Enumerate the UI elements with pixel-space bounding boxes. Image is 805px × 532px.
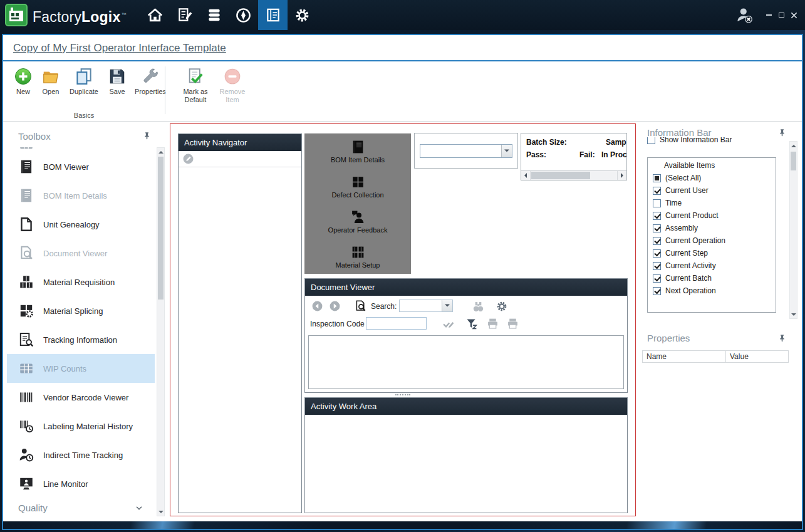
scroll-left-button[interactable] (521, 171, 531, 180)
nav-navigation-button[interactable] (229, 0, 258, 30)
activity-navigator-body[interactable] (179, 167, 301, 513)
toolbox-item-label: Unit Genealogy (43, 220, 100, 229)
scrollbar-thumb[interactable] (791, 152, 796, 170)
operator-interface-icon (265, 7, 281, 23)
checkbox-label: (Select All) (665, 174, 701, 182)
information-bar-pin-button[interactable] (778, 128, 786, 137)
home-icon (147, 7, 164, 24)
document-viewer-panel[interactable]: Document Viewer Search: Inspection Code (304, 278, 628, 393)
scroll-up-button[interactable] (790, 142, 797, 150)
scrollbar-thumb[interactable] (531, 172, 590, 179)
toolbox-item-tracking-information[interactable]: Tracking Information (7, 325, 155, 354)
open-button[interactable]: Open (38, 67, 63, 96)
scroll-down-button[interactable] (157, 508, 164, 516)
infobar-item-current-activity[interactable]: Current Activity (653, 259, 776, 272)
viewer-settings-gear-icon[interactable] (496, 300, 508, 313)
toolbox-item-indirect-time-tracking[interactable]: Indirect Time Tracking (7, 441, 155, 469)
save-button[interactable]: Save (105, 67, 130, 96)
nav-home-button[interactable] (140, 0, 170, 30)
properties-pin-button[interactable] (778, 334, 786, 342)
back-button[interactable] (311, 300, 323, 312)
properties-col-name[interactable]: Name (642, 350, 726, 363)
filter-sort-icon[interactable] (465, 317, 478, 330)
search-dropdown[interactable] (399, 300, 453, 312)
toolbox-item-wip-counts[interactable]: WIP Counts (7, 354, 155, 383)
palette-item-defect-collection[interactable]: Defect Collection (304, 169, 411, 204)
document-viewer-content[interactable] (308, 335, 624, 389)
batch-horizontal-scrollbar[interactable] (521, 170, 626, 180)
infobar-item-select-all[interactable]: (Select All) (653, 172, 776, 184)
scroll-right-button[interactable] (617, 171, 626, 180)
widget-dropdown[interactable] (420, 144, 512, 158)
dropdown-arrow-icon[interactable] (442, 300, 452, 311)
inspection-code-input[interactable] (366, 317, 427, 330)
properties-col-value[interactable]: Value (726, 350, 789, 363)
activity-navigator-panel[interactable]: Activity Navigator (178, 133, 302, 513)
toolbox-item-labeling-material-history[interactable]: Labeling Material History (7, 412, 155, 441)
infobar-item-current-user[interactable]: Current User (653, 184, 776, 197)
approve-pen-icon[interactable] (442, 317, 455, 330)
panel-splitter-handle[interactable] (170, 394, 635, 396)
barcode-icon (18, 389, 34, 405)
toolbox-item-material-splicing[interactable]: Material Splicing (7, 296, 155, 325)
nav-operator-interface-button[interactable] (258, 0, 288, 30)
infobar-item-current-step[interactable]: Current Step (653, 247, 776, 259)
design-surface[interactable]: Activity Navigator BOM Item Details Defe… (170, 123, 636, 516)
scroll-down-button[interactable] (790, 310, 797, 318)
toolbox-item-bom-viewer[interactable]: BOM Viewer (7, 152, 155, 181)
toolbox-item-bom-item-details[interactable]: BOM Item Details (7, 181, 155, 210)
toolbox-item-unit-genealogy[interactable]: Unit Genealogy (7, 210, 155, 239)
edit-circle-icon[interactable] (182, 153, 194, 165)
scroll-up-button[interactable] (157, 148, 164, 156)
dropdown-arrow-icon[interactable] (501, 145, 512, 157)
toolbox-item-line-monitor[interactable]: Line Monitor (7, 469, 155, 498)
remove-item-button[interactable]: Remove Item (217, 67, 247, 103)
properties-button[interactable]: Properties (132, 67, 169, 96)
nav-settings-button[interactable] (288, 0, 317, 30)
activity-work-area-panel[interactable]: Activity Work Area (304, 397, 628, 513)
print-preview-icon[interactable] (506, 317, 519, 330)
checkbox-label: Time (665, 199, 682, 207)
document-search-icon (18, 245, 34, 261)
infobar-item-time[interactable]: Time (653, 197, 776, 209)
toolbox-item-material-requisition[interactable]: Material Requisition (7, 268, 155, 296)
minimize-button[interactable] (762, 6, 775, 24)
checkbox-icon (653, 224, 661, 232)
print-icon[interactable] (486, 317, 499, 330)
infobar-item-assembly[interactable]: Assembly (653, 222, 776, 234)
infobar-item-current-batch[interactable]: Current Batch (653, 272, 776, 284)
toolbox-group-quality[interactable]: Quality (7, 499, 155, 516)
nav-production-button[interactable] (170, 0, 199, 30)
palette-item-operator-feedback[interactable]: Operator Feedback (304, 204, 411, 239)
duplicate-button-label: Duplicate (70, 88, 98, 96)
infobar-item-next-operation[interactable]: Next Operation (653, 284, 776, 297)
document-search-icon[interactable] (354, 300, 367, 313)
duplicate-button[interactable]: Duplicate (66, 67, 102, 96)
infobar-item-current-product[interactable]: Current Product (653, 209, 776, 222)
scrollbar-thumb[interactable] (158, 157, 164, 300)
mark-as-default-button[interactable]: Mark as Default (180, 67, 211, 103)
combo-widget-panel[interactable] (414, 133, 518, 169)
palette-item-bom-item-details[interactable]: BOM Item Details (304, 133, 411, 169)
batch-widget-panel[interactable]: Batch Size: Samp Pass: Fail: In Proc (521, 133, 627, 180)
toolbox-pin-button[interactable] (143, 132, 151, 140)
nav-materials-button[interactable] (199, 0, 229, 30)
forward-button[interactable] (329, 300, 341, 312)
infobar-item-current-operation[interactable]: Current Operation (653, 234, 776, 247)
checkbox-label: Current Operation (665, 236, 725, 245)
binoculars-icon[interactable] (472, 300, 485, 313)
close-button[interactable] (787, 6, 800, 24)
toolbox-scrollbar[interactable] (157, 147, 165, 516)
toolbox-item-clipped[interactable] (7, 147, 155, 152)
palette-item-material-setup[interactable]: Material Setup (304, 239, 411, 274)
toolbox-item-vendor-barcode-viewer[interactable]: Vendor Barcode Viewer (7, 383, 155, 412)
information-bar-scrollbar[interactable] (789, 141, 797, 319)
toolbox-item-document-viewer[interactable]: Document Viewer (7, 239, 155, 268)
minimize-icon (766, 14, 772, 16)
activity-work-area-body[interactable] (305, 415, 627, 513)
show-information-bar-row[interactable]: Show Information Bar (647, 137, 732, 145)
logout-user-button[interactable] (735, 6, 754, 24)
toolbox-item-label: Tracking Information (43, 335, 117, 345)
maximize-button[interactable] (775, 6, 787, 24)
new-button[interactable]: New (11, 67, 36, 96)
